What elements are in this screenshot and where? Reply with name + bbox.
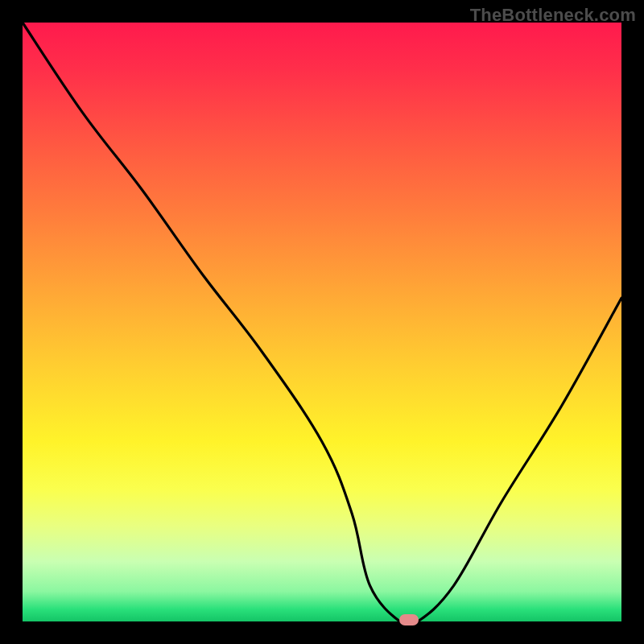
bottleneck-curve	[23, 23, 621, 626]
plot-area	[23, 23, 621, 621]
watermark-text: TheBottleneck.com	[470, 5, 636, 26]
curve-svg	[23, 23, 621, 621]
chart-frame: TheBottleneck.com	[0, 0, 644, 644]
optimal-marker	[399, 614, 419, 625]
